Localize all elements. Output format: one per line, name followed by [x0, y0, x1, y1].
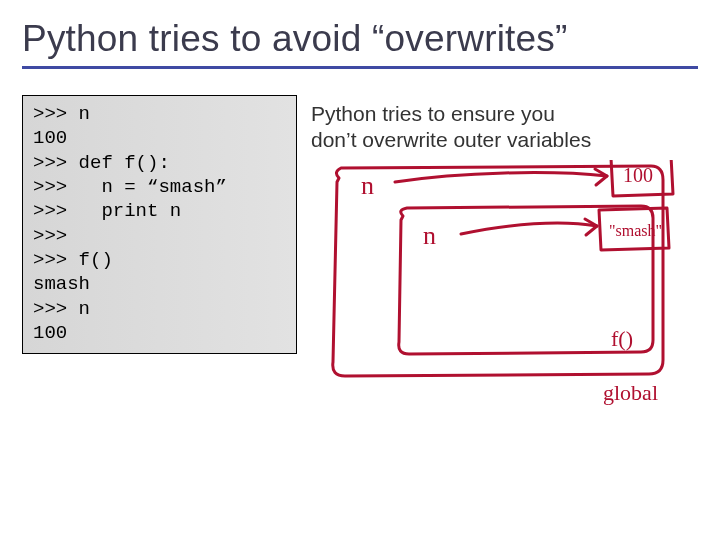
outer-var-label: n [361, 171, 374, 200]
slide-body: >>> n 100 >>> def f(): >>> n = “smash” >… [22, 95, 698, 420]
inner-var-label: n [423, 221, 436, 250]
outer-scope-label: global [603, 380, 658, 405]
caption-line-2: don’t overwrite outer variables [311, 128, 591, 151]
code-line: >>> n [33, 298, 90, 320]
code-line: >>> [33, 225, 67, 247]
code-line: >>> n [33, 103, 90, 125]
code-line: >>> def f(): [33, 152, 170, 174]
code-line: >>> f() [33, 249, 113, 271]
outer-arrow-head [595, 169, 607, 185]
inner-value-label: "smash" [609, 222, 662, 239]
slide-title: Python tries to avoid “overwrites” [22, 18, 698, 60]
slide: Python tries to avoid “overwrites” >>> n… [0, 0, 720, 540]
outer-value-label: 100 [623, 164, 653, 186]
outer-arrow [395, 172, 607, 181]
inner-arrow-head [585, 219, 597, 235]
code-line: 100 [33, 127, 67, 149]
inner-scope-label: f() [611, 326, 633, 351]
code-example-box: >>> n 100 >>> def f(): >>> n = “smash” >… [22, 95, 297, 354]
caption-line-1: Python tries to ensure you [311, 102, 555, 125]
title-underline [22, 66, 698, 69]
code-line: >>> n = “smash” [33, 176, 227, 198]
right-column: Python tries to ensure you don’t overwri… [311, 95, 698, 420]
code-line: >>> print n [33, 200, 181, 222]
inner-arrow [461, 223, 597, 234]
explanation-text: Python tries to ensure you don’t overwri… [311, 101, 698, 154]
scope-diagram: n 100 n "smash" f() global [311, 160, 681, 420]
code-line: smash [33, 273, 90, 295]
code-line: 100 [33, 322, 67, 344]
